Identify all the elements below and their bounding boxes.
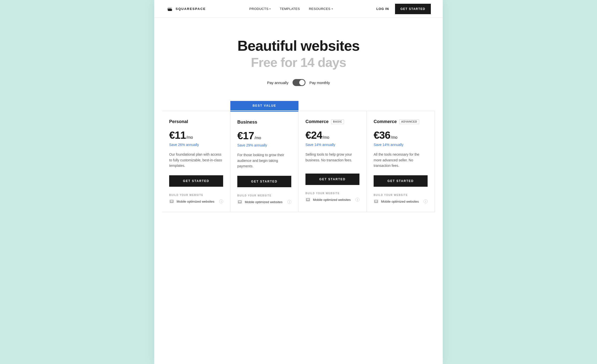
svg-rect-0	[170, 200, 173, 203]
monthly-label: Pay monthly	[309, 81, 330, 85]
hero-section: Beautiful websites Free for 14 days Pay …	[154, 18, 443, 101]
pricing-section: BEST VALUE Personal €11 /mo Save 26% ann…	[154, 101, 443, 227]
plan-commerce-advanced-savings: Save 14% annually	[374, 143, 428, 147]
resources-chevron-icon: ▾	[332, 7, 333, 10]
plan-personal-feature-mobile: Mobile optimized websites i	[169, 199, 223, 203]
plan-commerce-basic-description: Selling tools to help grow your business…	[305, 152, 359, 167]
plan-commerce-advanced-feature-info-icon[interactable]: i	[424, 199, 428, 203]
plan-commerce-advanced-features-label: BUILD YOUR WEBSITE	[374, 194, 428, 196]
plan-personal-amount: €11	[169, 129, 186, 141]
hero-title: Beautiful websites	[166, 38, 431, 54]
mobile-website-icon	[169, 199, 174, 203]
plan-commerce-basic-header: Commerce BASIC	[305, 119, 359, 124]
header-get-started-button[interactable]: GET STARTED	[395, 4, 431, 14]
login-button[interactable]: LOG IN	[376, 7, 389, 11]
plan-commerce-advanced-name: Commerce	[374, 119, 397, 124]
nav-resources[interactable]: RESOURCES ▾	[309, 7, 333, 11]
nav-products[interactable]: PRODUCTS ▾	[249, 7, 271, 11]
best-value-banner: BEST VALUE	[230, 101, 298, 110]
plan-business-features-label: BUILD YOUR WEBSITE	[237, 194, 291, 197]
plan-commerce-basic-name: Commerce	[305, 119, 329, 124]
plan-business-description: For those looking to grow their audience…	[237, 152, 291, 169]
svg-rect-6	[375, 200, 378, 203]
plan-business-name: Business	[237, 120, 257, 125]
plan-business-price: €17 /mo	[237, 130, 291, 142]
svg-rect-2	[238, 201, 241, 203]
plan-personal-period: /mo	[186, 135, 193, 140]
plan-business-savings: Save 29% annually	[237, 143, 291, 147]
plan-commerce-basic: Commerce BASIC €24 /mo Save 14% annually…	[298, 111, 367, 212]
plan-commerce-basic-feature-info-icon[interactable]: i	[355, 198, 359, 202]
pricing-grid: BEST VALUE Personal €11 /mo Save 26% ann…	[162, 111, 435, 212]
plan-personal-header: Personal	[169, 119, 223, 124]
plan-commerce-advanced-feature-mobile-label: Mobile optimized websites	[381, 200, 419, 203]
plan-commerce-advanced-header: Commerce ADVANCED	[374, 119, 428, 124]
logo-text: SQUARESPACE	[176, 7, 206, 11]
plan-personal-price: €11 /mo	[169, 129, 223, 141]
annual-label: Pay annually	[267, 81, 289, 85]
hero-subtitle: Free for 14 days	[166, 55, 431, 70]
plan-business-header: Business	[237, 120, 291, 125]
plan-commerce-basic-badge: BASIC	[331, 119, 344, 124]
plan-commerce-basic-amount: €24	[305, 129, 322, 141]
plan-commerce-advanced-period: /mo	[391, 135, 398, 140]
mobile-website-icon-commerce-basic	[305, 198, 310, 202]
main-nav: PRODUCTS ▾ TEMPLATES RESOURCES ▾	[249, 7, 333, 11]
plan-commerce-advanced-amount: €36	[374, 129, 390, 141]
plan-business: Business €17 /mo Save 29% annually For t…	[230, 111, 298, 212]
billing-toggle-row: Pay annually Pay monthly	[166, 79, 431, 86]
plan-commerce-basic-price: €24 /mo	[305, 129, 359, 141]
plan-commerce-advanced: Commerce ADVANCED €36 /mo Save 14% annua…	[367, 111, 435, 212]
svg-rect-4	[306, 198, 309, 201]
plan-personal-savings: Save 26% annually	[169, 143, 223, 147]
plan-commerce-advanced-cta[interactable]: GET STARTED	[374, 175, 428, 187]
plan-business-cta[interactable]: GET STARTED	[237, 176, 291, 187]
plan-business-period: /mo	[254, 136, 261, 140]
mobile-website-icon-business	[237, 200, 242, 204]
logo[interactable]: SQUARESPACE	[166, 5, 206, 12]
plan-commerce-basic-features-label: BUILD YOUR WEBSITE	[305, 192, 359, 195]
plan-business-feature-mobile-label: Mobile optimized websites	[245, 200, 283, 204]
plan-personal-cta[interactable]: GET STARTED	[169, 175, 223, 187]
plan-personal-feature-mobile-label: Mobile optimized websites	[177, 200, 214, 203]
plan-business-feature-mobile: Mobile optimized websites i	[237, 200, 291, 204]
plan-personal-name: Personal	[169, 119, 188, 124]
mobile-website-icon-commerce-advanced	[374, 199, 379, 203]
plan-commerce-advanced-price: €36 /mo	[374, 129, 428, 141]
plan-commerce-advanced-feature-mobile: Mobile optimized websites i	[374, 199, 428, 203]
plan-commerce-basic-feature-mobile: Mobile optimized websites i	[305, 198, 359, 202]
plan-personal: Personal €11 /mo Save 26% annually Our f…	[162, 111, 230, 212]
squarespace-logo-icon	[166, 5, 173, 12]
plan-business-amount: €17	[237, 130, 254, 142]
plan-personal-feature-info-icon[interactable]: i	[219, 199, 223, 203]
toggle-knob	[299, 80, 305, 85]
plan-commerce-advanced-description: All the tools necessary for the more adv…	[374, 152, 428, 168]
nav-templates[interactable]: TEMPLATES	[280, 7, 300, 11]
plan-business-feature-info-icon[interactable]: i	[287, 200, 291, 204]
plan-personal-features-label: BUILD YOUR WEBSITE	[169, 194, 223, 196]
header: SQUARESPACE PRODUCTS ▾ TEMPLATES RESOURC…	[154, 0, 443, 18]
plan-commerce-basic-savings: Save 14% annually	[305, 143, 359, 147]
plan-commerce-basic-feature-mobile-label: Mobile optimized websites	[313, 198, 351, 202]
plan-commerce-advanced-badge: ADVANCED	[399, 119, 419, 124]
billing-toggle[interactable]	[293, 79, 305, 86]
plan-commerce-basic-cta[interactable]: GET STARTED	[305, 174, 359, 185]
header-actions: LOG IN GET STARTED	[376, 4, 431, 14]
plan-personal-description: Our foundational plan with access to ful…	[169, 152, 223, 168]
products-chevron-icon: ▾	[269, 7, 271, 10]
plan-commerce-basic-period: /mo	[323, 135, 329, 140]
